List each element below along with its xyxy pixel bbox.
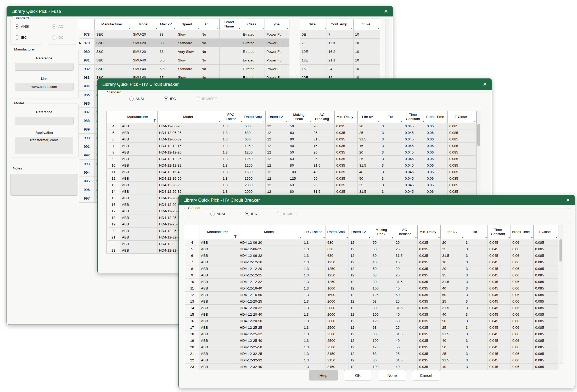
sort-arrow-icon[interactable]: ▾ — [508, 236, 510, 239]
table-cell[interactable]: 0.035 — [418, 272, 441, 279]
table-cell[interactable]: HD4-12-12-25 — [238, 272, 302, 279]
table-cell[interactable]: 25 — [312, 156, 335, 162]
table-cell[interactable]: 40 — [441, 363, 464, 370]
table-cell[interactable]: 7E — [300, 39, 327, 47]
table-cell[interactable]: 1.3 — [302, 324, 326, 331]
table-cell[interactable]: HD4-12-20-25 — [238, 298, 302, 305]
table-row[interactable]: 4ABBHD4-12-06-201.36301250200.0352030.04… — [185, 239, 558, 246]
table-cell[interactable]: 16 — [394, 259, 418, 265]
column-header-brand-name[interactable]: Brand Name▾ — [220, 19, 241, 30]
table-cell[interactable]: 20 — [441, 239, 464, 246]
table-cell[interactable]: 1.3 — [302, 292, 326, 298]
table-cell[interactable]: 0.06 — [511, 324, 534, 331]
table-cell[interactable] — [220, 39, 241, 47]
table-cell[interactable]: 0.06 — [511, 285, 534, 292]
table-cell[interactable]: 0.085 — [534, 279, 558, 285]
table-cell[interactable]: 63 — [288, 129, 312, 136]
table-cell[interactable]: ABB — [120, 162, 158, 169]
table-cell[interactable]: Standard — [176, 39, 200, 47]
table-cell[interactable]: 3 — [464, 265, 488, 272]
sort-arrow-icon[interactable]: ▾ — [174, 27, 175, 30]
column-header-model[interactable]: Model▾ — [238, 225, 302, 239]
column-header-class[interactable]: Class▾ — [241, 19, 265, 30]
table-cell[interactable]: 0.045 — [488, 292, 511, 298]
table-cell[interactable]: 0.035 — [418, 331, 441, 337]
table-cell[interactable]: 3 — [380, 175, 403, 182]
manufacturer-reference-input[interactable] — [15, 63, 74, 71]
table-cell[interactable]: 0.06 — [511, 272, 534, 279]
table-cell[interactable]: 12 — [266, 149, 288, 156]
table-cell[interactable]: 0.035 — [418, 239, 441, 246]
table-cell[interactable]: HD4-12-32-25 — [238, 350, 302, 357]
table-cell[interactable]: 80 — [371, 279, 394, 285]
column-header-fpc-factor[interactable]: FPC Factor▾ — [302, 225, 326, 239]
table-cell[interactable]: 12 — [349, 279, 371, 285]
column-header-time-constant[interactable]: Time Constant▾ — [488, 225, 511, 239]
table-cell[interactable]: 12 — [266, 143, 288, 149]
sort-arrow-icon[interactable]: ▾ — [474, 120, 475, 123]
table-cell[interactable]: 0.06 — [511, 239, 534, 246]
table-cell[interactable]: 0.06 — [511, 363, 534, 370]
table-cell[interactable]: 100 — [371, 285, 394, 292]
table-cell[interactable]: 3 — [380, 162, 403, 169]
table-cell[interactable]: 1.3 — [302, 285, 326, 292]
table-cell[interactable]: 12 — [266, 175, 288, 182]
table-cell[interactable]: 80 — [288, 188, 312, 195]
table-cell[interactable]: 1.3 — [302, 279, 326, 285]
table-row[interactable]: 21ABBHD4-12-32-251.331501263250.0352530.… — [185, 350, 558, 357]
ok-button[interactable]: OK — [344, 370, 372, 380]
table-cell[interactable]: 630 — [326, 239, 349, 246]
table-row[interactable]: 9ABBHD4-12-12-251.312501263250.0352530.0… — [107, 156, 477, 162]
sort-arrow-icon[interactable]: ▾ — [369, 236, 370, 239]
radio-ansi[interactable]: ANSI — [129, 96, 144, 101]
table-cell[interactable]: 0.035 — [418, 350, 441, 357]
table-cell[interactable]: 31.5 — [394, 305, 418, 311]
table-cell[interactable]: 0.035 — [335, 136, 358, 143]
table-cell[interactable]: HD4-12-06-32 — [158, 136, 221, 143]
sort-arrow-icon[interactable]: ▾ — [378, 120, 379, 123]
table-cell[interactable]: HD4-12-06-25 — [238, 246, 302, 252]
table-cell[interactable]: 3 — [464, 298, 488, 305]
table-cell[interactable]: 0.085 — [448, 182, 477, 188]
table-cell[interactable]: HD4-12-06-25 — [158, 129, 221, 136]
table-cell[interactable]: 1.3 — [221, 123, 243, 129]
table-cell[interactable]: 0.045 — [403, 162, 425, 169]
table-cell[interactable]: 3 — [380, 149, 403, 156]
table-cell[interactable]: 12 — [349, 331, 371, 337]
column-header-max-kv[interactable]: Max kV▾ — [158, 19, 176, 30]
table-cell[interactable]: ABB — [120, 149, 158, 156]
table-cell[interactable]: 100 — [288, 169, 312, 175]
table-row[interactable]: 981S&CSMU-405.5SlowNoE-ratedPower Fu... — [79, 56, 289, 65]
table-cell[interactable]: 10E — [300, 47, 327, 56]
table-cell[interactable]: 12 — [349, 272, 371, 279]
table-cell[interactable]: 0.06 — [511, 305, 534, 311]
table-cell[interactable]: 40 — [441, 337, 464, 344]
table-cell[interactable]: 3 — [380, 182, 403, 188]
column-header-t-close[interactable]: T Close▾ — [448, 111, 477, 123]
filter-funnel-icon[interactable] — [234, 235, 237, 238]
table-cell[interactable]: ABB — [199, 344, 238, 350]
manufacturer-link-input[interactable]: www.sandc.com — [15, 83, 74, 90]
table-cell[interactable]: 3 — [464, 318, 488, 324]
table-cell[interactable]: HD4-12-12-32 — [238, 279, 302, 285]
table-cell[interactable]: 0.045 — [488, 331, 511, 337]
table-cell[interactable]: 12 — [349, 292, 371, 298]
table-cell[interactable]: ABB — [120, 156, 158, 162]
table-cell[interactable]: ABB — [120, 182, 158, 188]
table-cell[interactable]: 25 — [394, 324, 418, 331]
table-cell[interactable]: 0.035 — [418, 311, 441, 318]
table-cell[interactable]: 3 — [464, 285, 488, 292]
table-cell[interactable]: 1.3 — [302, 259, 326, 265]
table-cell[interactable]: 0.035 — [418, 246, 441, 252]
table-cell[interactable]: 3 — [464, 324, 488, 331]
column-header-type[interactable]: Type▾ — [265, 19, 289, 30]
column-header-rated-kv[interactable]: Rated kV▾ — [266, 111, 288, 123]
table-cell[interactable]: 125 — [288, 175, 312, 182]
table-cell[interactable]: 63 — [371, 350, 394, 357]
table-cell[interactable]: 0.06 — [511, 344, 534, 350]
table-cell[interactable]: 31.5 — [394, 252, 418, 259]
table-cell[interactable]: ABB — [120, 136, 158, 143]
table-cell[interactable]: 0.085 — [448, 136, 477, 143]
table-row[interactable]: 12ABBHD4-12-16-501.3160012125500.0355030… — [107, 175, 477, 182]
table-row[interactable]: 22ABBHD4-12-32-321.33150128031.50.03531.… — [185, 357, 558, 363]
